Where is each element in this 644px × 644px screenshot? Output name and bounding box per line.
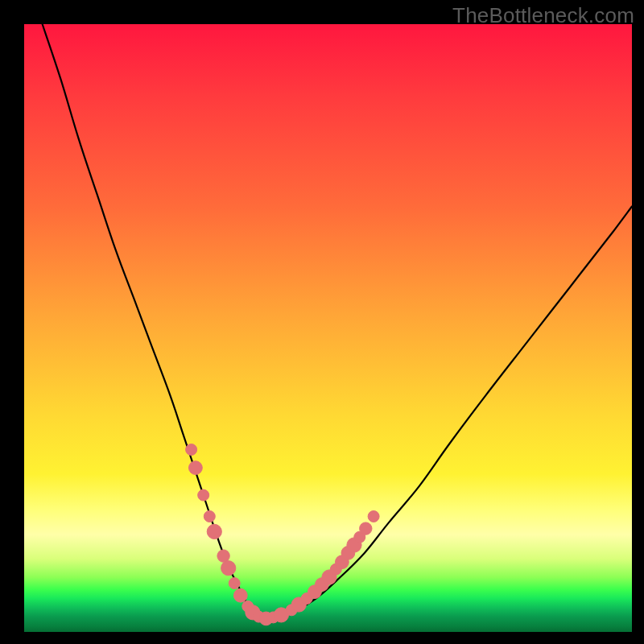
bottleneck-curve — [43, 24, 632, 619]
left-arm-markers-point — [207, 524, 221, 539]
curve-svg — [24, 24, 632, 632]
right-arm-markers-point — [368, 511, 379, 522]
left-arm-markers-point — [189, 461, 203, 475]
left-arm-markers-point — [233, 588, 247, 602]
left-arm-markers-point — [204, 511, 215, 522]
right-arm-markers-point — [360, 522, 372, 535]
left-arm-markers-point — [217, 550, 229, 562]
left-arm-markers-point — [221, 561, 236, 576]
plot-area — [24, 24, 632, 632]
left-arm-markers-point — [186, 444, 197, 456]
markers-group — [186, 444, 380, 625]
chart-frame: TheBottleneck.com — [0, 0, 644, 644]
left-arm-markers-point — [198, 489, 209, 501]
left-arm-markers-point — [229, 578, 240, 589]
